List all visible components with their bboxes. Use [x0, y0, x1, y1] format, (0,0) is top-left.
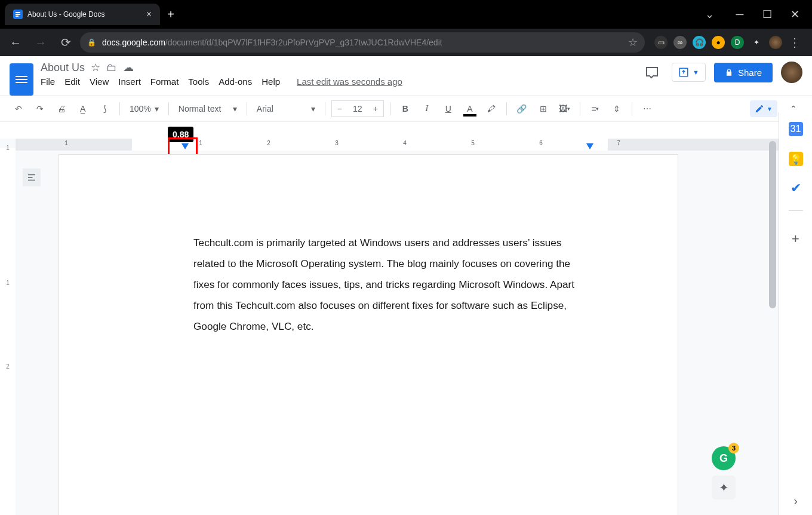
extension-icon[interactable]: 🎧 — [693, 36, 706, 49]
print-button[interactable]: 🖨 — [53, 100, 70, 118]
insert-image-button[interactable]: 🖼▾ — [556, 100, 574, 118]
bold-button[interactable]: B — [396, 100, 414, 118]
right-indent-marker[interactable] — [586, 143, 593, 149]
grammarly-button[interactable]: G 3 — [712, 446, 736, 470]
tab-title: About Us - Google Docs — [27, 10, 104, 19]
document-page[interactable]: Techcult.com is primarily targeted at Wi… — [59, 154, 678, 515]
back-button[interactable]: ← — [5, 32, 26, 53]
menu-view[interactable]: View — [90, 76, 109, 87]
menu-file[interactable]: File — [41, 76, 55, 87]
align-button[interactable]: ≡▾ — [586, 100, 604, 118]
extension-icon[interactable]: ● — [712, 36, 725, 49]
menu-addons[interactable]: Add-ons — [219, 76, 252, 87]
share-label: Share — [738, 68, 762, 78]
google-docs-logo[interactable] — [10, 63, 33, 96]
menubar: File Edit View Insert Format Tools Add-o… — [41, 76, 402, 87]
font-size-plus[interactable]: + — [368, 104, 383, 114]
add-on-plus-icon[interactable]: + — [789, 232, 802, 246]
menu-edit[interactable]: Edit — [64, 76, 80, 87]
minimize-button[interactable]: ─ — [726, 5, 753, 23]
close-window-button[interactable]: ✕ — [781, 5, 808, 23]
horizontal-ruler[interactable]: 1 1 2 3 4 5 6 7 — [16, 139, 779, 151]
menu-help[interactable]: Help — [262, 76, 280, 87]
line-spacing-button[interactable]: ⇕ — [608, 100, 626, 118]
move-icon[interactable]: 🗀 — [106, 62, 117, 74]
menu-format[interactable]: Format — [150, 76, 179, 87]
docs-favicon — [13, 10, 23, 19]
account-avatar[interactable] — [781, 62, 802, 83]
more-tools-button[interactable]: ⋯ — [638, 100, 656, 118]
insert-link-button[interactable]: 🔗 — [513, 100, 531, 118]
vertical-ruler[interactable]: 1 1 2 — [0, 148, 16, 515]
font-size-value[interactable]: 12 — [347, 104, 368, 114]
document-text[interactable]: Techcult.com is primarily targeted at Wi… — [193, 232, 593, 337]
paint-format-button[interactable]: ⟆ — [96, 100, 113, 118]
zoom-select[interactable]: 100%▾ — [126, 104, 162, 114]
extension-icon[interactable]: ∞ — [673, 36, 687, 49]
calendar-icon[interactable]: 31 — [789, 122, 803, 136]
forward-button[interactable]: → — [30, 32, 51, 53]
new-tab-button[interactable]: + — [162, 6, 179, 23]
redo-button[interactable]: ↷ — [31, 100, 49, 118]
last-edit-link[interactable]: Last edit was seconds ago — [297, 76, 402, 87]
present-button[interactable]: ▼ — [672, 63, 706, 82]
star-icon[interactable]: ☆ — [91, 61, 100, 74]
browser-menu-icon[interactable]: ⋮ — [788, 36, 801, 49]
undo-button[interactable]: ↶ — [10, 100, 27, 118]
document-outline-button[interactable] — [23, 168, 41, 186]
tasks-icon[interactable]: ✔ — [789, 182, 802, 195]
editing-mode-button[interactable]: ▼ — [750, 100, 777, 117]
extensions-puzzle-icon[interactable]: ✦ — [750, 36, 763, 49]
menu-tools[interactable]: Tools — [188, 76, 209, 87]
menu-insert[interactable]: Insert — [118, 76, 141, 87]
bookmark-star-icon[interactable]: ☆ — [628, 36, 638, 49]
address-bar[interactable]: 🔒 docs.google.com /document/d/1bqPW7lF1f… — [80, 32, 645, 53]
explore-button[interactable]: ✦ — [712, 476, 736, 499]
text-color-button[interactable]: A — [461, 100, 479, 118]
document-title[interactable]: About Us — [41, 62, 85, 74]
share-button[interactable]: Share — [714, 63, 773, 82]
highlight-button[interactable]: 🖍 — [482, 100, 500, 118]
vertical-scrollbar[interactable] — [769, 141, 776, 308]
extension-icon[interactable]: D — [731, 36, 744, 49]
side-panel: 31 💡 ✔ + › — [779, 112, 812, 515]
toolbar: ↶ ↷ 🖨 A̲ ⟆ 100%▾ Normal text▾ Arial▾ − 1… — [0, 96, 812, 122]
grammarly-count-badge: 3 — [728, 443, 739, 453]
lock-icon: 🔒 — [87, 38, 96, 47]
font-select[interactable]: Arial▾ — [253, 104, 319, 114]
spellcheck-button[interactable]: A̲ — [74, 100, 92, 118]
paragraph-style-select[interactable]: Normal text▾ — [175, 104, 241, 114]
url-path: /document/d/1bqPW7lF1fHF3r2uPfoPrVgPVP_g… — [165, 38, 442, 47]
font-size-field[interactable]: − 12 + — [331, 100, 384, 117]
font-size-minus[interactable]: − — [332, 104, 347, 114]
underline-button[interactable]: U — [439, 100, 457, 118]
browser-tab[interactable]: About Us - Google Docs × — [5, 4, 160, 25]
tab-search-icon[interactable]: ⌄ — [705, 8, 714, 21]
italic-button[interactable]: I — [418, 100, 436, 118]
maximize-button[interactable]: ☐ — [753, 5, 781, 23]
profile-avatar-icon[interactable] — [769, 36, 782, 49]
url-host: docs.google.com — [102, 38, 165, 47]
comments-icon[interactable] — [641, 61, 663, 84]
cloud-status-icon[interactable]: ☁ — [123, 61, 134, 74]
side-panel-collapse-icon[interactable]: › — [793, 494, 798, 508]
insert-comment-button[interactable]: ⊞ — [534, 100, 552, 118]
tab-close-icon[interactable]: × — [146, 9, 152, 20]
reload-button[interactable]: ⟳ — [55, 32, 76, 53]
keep-icon[interactable]: 💡 — [789, 152, 803, 166]
extension-icon[interactable]: ▭ — [654, 36, 668, 49]
